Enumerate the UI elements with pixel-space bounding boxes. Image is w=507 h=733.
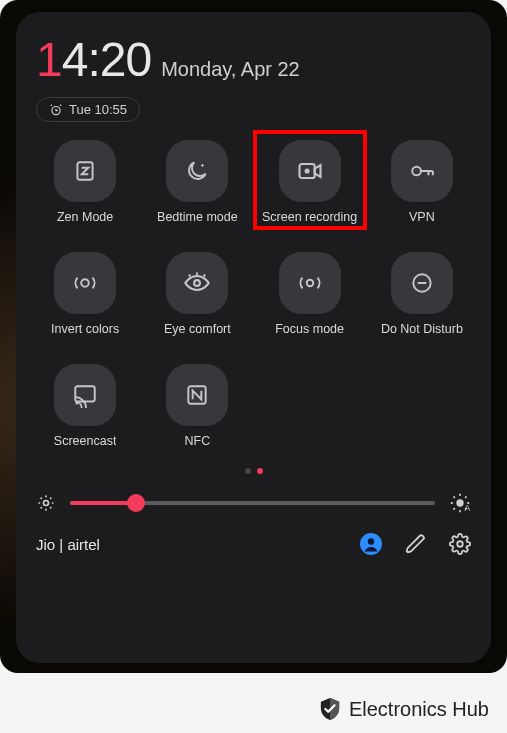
edit-tiles-button[interactable] [405,533,427,555]
tile-label: Bedtime mode [157,210,238,224]
brightness-slider[interactable] [70,501,435,505]
eye-icon [166,252,228,314]
svg-text:A: A [465,504,471,513]
tile-label: Focus mode [275,322,344,336]
svg-point-12 [44,501,49,506]
clock-rest: 4:20 [62,33,151,86]
svg-point-5 [81,279,89,287]
svg-rect-9 [75,386,95,401]
invert-icon [54,252,116,314]
dnd-icon [391,252,453,314]
svg-point-17 [457,541,463,547]
tile-vpn[interactable]: VPN [373,140,471,224]
bottom-actions [359,532,471,556]
watermark-shield-icon [319,697,341,721]
vpn-icon [391,140,453,202]
settings-button[interactable] [449,533,471,555]
tile-bedtime-mode[interactable]: Bedtime mode [148,140,246,224]
carrier-label: Jio | airtel [36,536,100,553]
bottom-row: Jio | airtel [36,532,471,556]
tile-eye-comfort[interactable]: Eye comfort [148,252,246,336]
date-label: Monday, Apr 22 [161,58,300,81]
watermark: Electronics Hub [319,697,489,721]
tile-nfc[interactable]: NFC [148,364,246,448]
clock-hour-accent: 1 [36,33,62,86]
watermark-text: Electronics Hub [349,698,489,721]
page-dot[interactable] [257,468,263,474]
svg-point-10 [76,402,79,405]
auto-brightness-icon[interactable]: A [449,492,471,514]
alarm-icon [49,103,63,117]
tile-invert-colors[interactable]: Invert colors [36,252,134,336]
user-switch-button[interactable] [359,532,383,556]
page-indicator [36,468,471,474]
nfc-icon [166,364,228,426]
tile-label: Screencast [54,434,117,448]
bedtime-icon [166,140,228,202]
tile-screencast[interactable]: Screencast [36,364,134,448]
focus-icon [279,252,341,314]
tile-label: NFC [185,434,211,448]
svg-point-13 [456,499,463,506]
brightness-row: A [36,492,471,514]
tile-label: Do Not Disturb [381,322,463,336]
tile-focus-mode[interactable]: Focus mode [261,252,359,336]
alarm-text: Tue 10:55 [69,102,127,117]
svg-point-3 [304,168,309,173]
tile-label: Eye comfort [164,322,231,336]
tile-zen-mode[interactable]: Zen Mode [36,140,134,224]
cast-icon [54,364,116,426]
zen-icon [54,140,116,202]
quick-settings-panel: 14:20 Monday, Apr 22 Tue 10:55 Zen ModeB… [16,12,491,663]
tile-screen-recording[interactable]: Screen recording [261,140,359,224]
svg-point-7 [306,280,313,287]
svg-point-16 [368,538,374,544]
page-dot[interactable] [245,468,251,474]
screen-record-icon [279,140,341,202]
alarm-pill[interactable]: Tue 10:55 [36,97,140,122]
tile-label: VPN [409,210,435,224]
clock-row: 14:20 Monday, Apr 22 [36,32,471,87]
tile-label: Invert colors [51,322,119,336]
tile-label: Screen recording [262,210,357,224]
tile-label: Zen Mode [57,210,113,224]
brightness-low-icon [36,493,56,513]
svg-point-6 [194,280,200,286]
svg-point-4 [412,167,421,176]
brightness-thumb[interactable] [127,494,145,512]
tile-do-not-disturb[interactable]: Do Not Disturb [373,252,471,336]
clock-time: 14:20 [36,32,151,87]
tiles-grid: Zen ModeBedtime modeScreen recordingVPNI… [36,140,471,448]
